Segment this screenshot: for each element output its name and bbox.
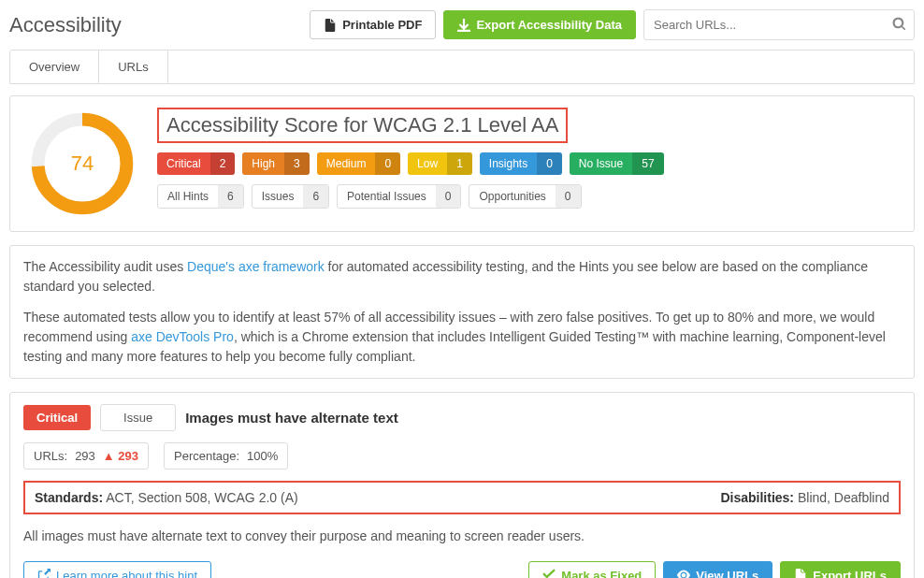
export-icon xyxy=(457,19,470,32)
stat-percentage: Percentage: 100% xyxy=(164,442,288,470)
pill-issues[interactable]: Issues6 xyxy=(252,184,329,209)
score-value: 74 xyxy=(31,112,134,215)
standards-row: Standards: ACT, Section 508, WCAG 2.0 (A… xyxy=(23,481,901,514)
score-donut: 74 xyxy=(31,112,134,215)
printable-pdf-button[interactable]: Printable PDF xyxy=(310,10,436,39)
button-label: Printable PDF xyxy=(342,18,422,32)
tab-overview[interactable]: Overview xyxy=(10,51,99,83)
button-label: Export URLs xyxy=(813,569,887,578)
type-badge: Issue xyxy=(100,404,176,431)
pill-insights[interactable]: Insights0 xyxy=(480,152,562,175)
score-title: Accessibility Score for WCAG 2.1 Level A… xyxy=(157,108,568,143)
button-label: View URLs xyxy=(696,569,758,578)
info-paragraph-2: These automated tests allow you to ident… xyxy=(23,308,901,367)
learn-more-button[interactable]: Learn more about this hint xyxy=(23,561,211,578)
pill-critical[interactable]: Critical2 xyxy=(157,152,235,175)
file-icon xyxy=(324,19,337,32)
button-label: Export Accessibility Data xyxy=(476,18,622,32)
pill-low[interactable]: Low1 xyxy=(408,152,472,175)
link-axe-devtools[interactable]: axe DevTools Pro xyxy=(131,329,234,344)
score-body: Accessibility Score for WCAG 2.1 Level A… xyxy=(157,108,901,218)
export-urls-button[interactable]: Export URLs xyxy=(780,561,901,578)
stat-urls: URLs: 293 ▲ 293 xyxy=(23,442,149,470)
link-axe-framework[interactable]: Deque's axe framework xyxy=(187,259,325,274)
severity-badge: Critical xyxy=(23,405,91,430)
eye-icon xyxy=(677,569,690,578)
check-icon xyxy=(542,569,556,578)
view-urls-button[interactable]: View URLs xyxy=(663,561,772,578)
info-card: The Accessibility audit uses Deque's axe… xyxy=(9,245,915,379)
page-title: Accessibility xyxy=(9,13,122,37)
tab-urls[interactable]: URLs xyxy=(99,51,168,83)
spacer xyxy=(219,561,521,578)
issue-stats: URLs: 293 ▲ 293 Percentage: 100% xyxy=(23,442,901,470)
button-label: Learn more about this hint xyxy=(56,569,197,578)
severity-pills: Critical2 High3 Medium0 Low1 Insights0 N… xyxy=(157,152,901,175)
mark-fixed-button[interactable]: Mark as Fixed xyxy=(528,561,656,578)
issue-card: Critical Issue Images must have alternat… xyxy=(9,392,915,578)
disabilities-text: Disabilities: Blind, Deafblind xyxy=(720,490,889,505)
search-wrap xyxy=(643,9,915,40)
tabs-fill xyxy=(168,51,914,83)
pill-all-hints[interactable]: All Hints6 xyxy=(157,184,244,209)
external-link-icon xyxy=(37,569,51,578)
issue-description: All images must have alternate text to c… xyxy=(23,527,901,546)
pill-opportunities[interactable]: Opportunities0 xyxy=(469,184,581,209)
info-paragraph-1: The Accessibility audit uses Deque's axe… xyxy=(23,257,901,296)
search-input[interactable] xyxy=(643,9,915,40)
tabs: Overview URLs xyxy=(9,50,915,84)
pill-potential-issues[interactable]: Potential Issues0 xyxy=(337,184,461,209)
issue-title: Images must have alternate text xyxy=(185,410,398,426)
issue-footer: Learn more about this hint Mark as Fixed… xyxy=(23,561,901,578)
pill-high[interactable]: High3 xyxy=(242,152,309,175)
page-header: Accessibility Printable PDF Export Acces… xyxy=(9,9,915,40)
issue-header: Critical Issue Images must have alternat… xyxy=(23,404,901,431)
score-card: 74 Accessibility Score for WCAG 2.1 Leve… xyxy=(9,95,915,232)
pill-medium[interactable]: Medium0 xyxy=(317,152,400,175)
pill-noissue[interactable]: No Issue57 xyxy=(570,152,664,175)
search-icon[interactable] xyxy=(892,17,905,33)
button-label: Mark as Fixed xyxy=(561,569,642,578)
filter-pills: All Hints6 Issues6 Potential Issues0 Opp… xyxy=(157,184,901,209)
standards-text: Standards: ACT, Section 508, WCAG 2.0 (A… xyxy=(35,490,298,505)
delta-up-icon: ▲ 293 xyxy=(103,449,138,463)
export-data-button[interactable]: Export Accessibility Data xyxy=(443,10,636,39)
file-export-icon xyxy=(794,569,807,578)
